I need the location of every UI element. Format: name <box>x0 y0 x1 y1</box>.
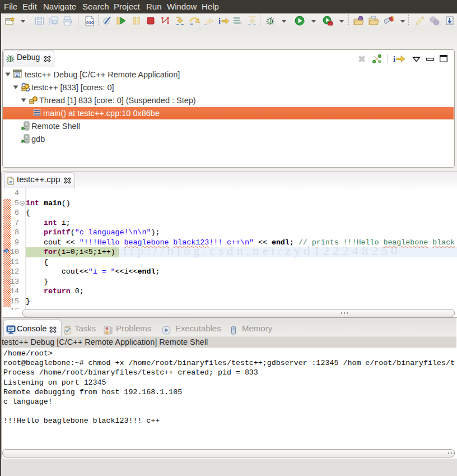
svg-text:i: i <box>393 54 395 63</box>
svg-text:.c: .c <box>8 179 12 184</box>
svg-text:i: i <box>218 17 221 25</box>
svg-text:c: c <box>16 73 18 78</box>
svg-text:010: 010 <box>86 20 94 25</box>
